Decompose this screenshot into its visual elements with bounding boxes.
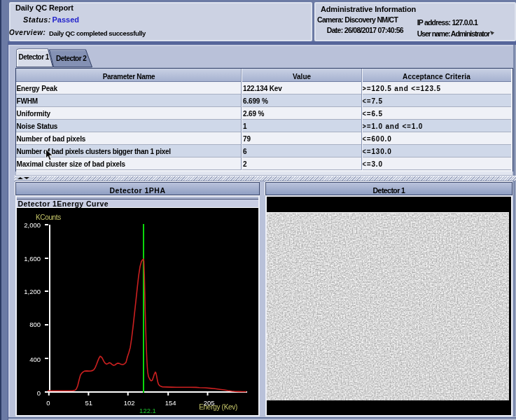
svg-text:122.1: 122.1 [139,407,156,414]
svg-text:0: 0 [37,389,41,397]
svg-text:0: 0 [46,399,50,407]
svg-text:51: 51 [85,399,92,407]
svg-text:800: 800 [29,321,41,328]
svg-text:Energy (Kev): Energy (Kev) [199,403,237,411]
svg-text:400: 400 [29,356,41,363]
svg-text:Detector 2: Detector 2 [56,55,87,62]
svg-text:2,000: 2,000 [24,221,41,229]
svg-text:Detector 1: Detector 1 [19,53,50,61]
svg-text:1,200: 1,200 [24,288,41,295]
svg-text:154: 154 [165,399,176,407]
svg-text:KCounts: KCounts [36,214,61,221]
svg-text:102: 102 [124,399,135,407]
svg-text:1,600: 1,600 [24,255,41,262]
